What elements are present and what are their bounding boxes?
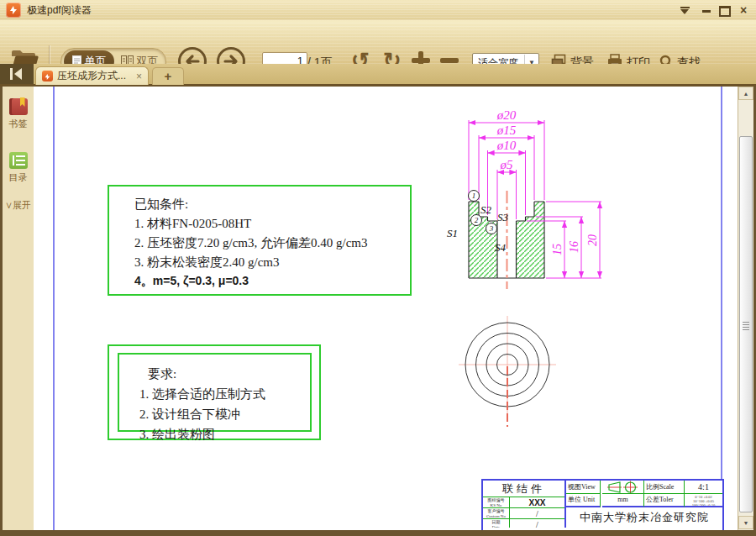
skin-menu-button[interactable] <box>677 3 692 17</box>
maximize-button[interactable] <box>717 3 732 17</box>
close-button[interactable]: × <box>736 3 751 17</box>
section-label: S3 <box>497 211 509 223</box>
chevron-down-icon: ∨ <box>5 200 13 210</box>
scroll-down-icon: ▼ <box>743 520 749 526</box>
unit-label: 单位 Unit <box>566 494 601 507</box>
scroll-up-icon: ▲ <box>743 91 749 97</box>
title-bar: 极速pdf阅读器 × <box>0 0 756 20</box>
left-sidebar: 书签 目录 ∨展开 <box>3 87 34 530</box>
customer-no-label: 客户编号Custom No <box>483 508 510 519</box>
new-tab-button[interactable]: + <box>152 67 184 85</box>
collapse-left-icon <box>0 64 34 84</box>
toolbar: 单页 双页 / 1页 ↺ ↻ 适合宽度 ▼ <box>0 20 756 64</box>
requirement-line: 1. 选择合适的压制方式 <box>139 386 310 402</box>
plus-icon: + <box>165 69 172 83</box>
close-icon: × <box>136 71 142 82</box>
drawing-frame-left <box>53 87 55 530</box>
minimize-icon <box>702 10 711 13</box>
requirements-box: 要求: 1. 选择合适的压制方式 2. 设计组合下模冲 3. 绘出装粉图 <box>108 344 321 440</box>
title-block: 联结件 图样编号KS No XXX 客户编号Custom No / 日期Date… <box>481 479 724 530</box>
date-label: 日期Date <box>483 519 510 528</box>
dim-label: 20 <box>586 234 599 246</box>
requirement-line: 2. 设计组合下模冲 <box>139 407 310 423</box>
toc-panel-button[interactable]: 目录 <box>3 152 34 184</box>
scale-label: 比例Scale <box>644 481 685 494</box>
condition-line: 2. 压坯密度7.20 g/cm3, 允许偏差0.40 g/cm3 <box>134 235 410 251</box>
maximize-icon <box>719 6 731 17</box>
condition-line: 4。m=5, ζ=0.3, μ=0.3 <box>134 274 410 289</box>
app-logo-icon <box>6 3 21 18</box>
drawing-no-value: XXX <box>510 497 564 508</box>
close-icon: × <box>740 3 747 17</box>
projection-symbol <box>602 481 644 494</box>
pdf-page[interactable]: 已知条件: 1. 材料FN-0205-08HT 2. 压坯密度7.20 g/cm… <box>34 87 738 530</box>
requirements-inner-border: 要求: 1. 选择合适的压制方式 2. 设计组合下模冲 3. 绘出装粉图 <box>118 353 312 432</box>
section-label: S1 <box>447 227 458 239</box>
dim-label: 15 <box>551 244 564 255</box>
requirements-title: 要求: <box>148 366 310 382</box>
customer-no-value: / <box>510 508 564 519</box>
tab-title: 压坯成形方式... <box>57 69 130 83</box>
unit-value: mm <box>602 494 644 507</box>
tab-close-button[interactable]: × <box>130 71 148 82</box>
toc-icon <box>9 152 28 169</box>
conditions-title: 已知条件: <box>134 197 410 213</box>
tab-bar: 压坯成形方式... × + <box>0 64 756 87</box>
minus-icon <box>440 58 459 63</box>
requirement-line: 3. 绘出装粉图 <box>139 427 310 443</box>
technical-drawing: ø20 ø15 ø10 ø5 15 16 20 S1 S2 <box>445 109 647 437</box>
vertical-scrollbar[interactable]: ▲ ▼ <box>738 87 753 530</box>
minimize-button[interactable] <box>699 3 714 17</box>
top-view <box>459 316 556 427</box>
conditions-box: 已知条件: 1. 材料FN-0205-08HT 2. 压坯密度7.20 g/cm… <box>108 185 412 296</box>
dim-label: ø20 <box>496 109 517 122</box>
scrollbar-grip <box>743 322 749 331</box>
tolerance-label: 公差Toler <box>644 494 685 507</box>
balloon-number: 1 <box>472 192 476 200</box>
dim-label: ø5 <box>500 158 514 171</box>
first-angle-projection-icon <box>607 481 639 494</box>
expand-button[interactable]: ∨展开 <box>3 199 34 212</box>
part-name: 联结件 <box>483 481 564 497</box>
tab-document[interactable]: 压坯成形方式... × <box>35 66 149 85</box>
scroll-up-button[interactable]: ▲ <box>738 87 753 100</box>
balloon-number: 2 <box>475 216 479 224</box>
tolerance-values: 0~10 ±0.02 10~100 ±0.05 100~300 ±0.10 <box>685 494 722 507</box>
dim-label: 16 <box>568 241 580 253</box>
tab-logo-icon <box>42 71 53 81</box>
caret-down-icon <box>680 9 689 14</box>
section-label: S2 <box>480 203 492 216</box>
drawing-no-label: 图样编号KS No <box>483 497 510 508</box>
expand-label: 展开 <box>13 200 31 210</box>
drawing-frame-right <box>721 87 722 530</box>
dim-label: ø15 <box>496 123 517 137</box>
toc-label: 目录 <box>3 171 34 184</box>
bookmark-panel-button[interactable]: 书签 <box>3 98 34 130</box>
company-name: 中南大学粉末冶金研究院 <box>566 507 722 528</box>
condition-line: 1. 材料FN-0205-08HT <box>134 216 410 232</box>
collapse-sidebar-button[interactable] <box>0 64 34 84</box>
app-window: 极速pdf阅读器 × 单页 双 <box>0 0 756 536</box>
scrollbar-thumb[interactable] <box>739 136 753 512</box>
bookmark-icon <box>9 98 28 115</box>
app-title: 极速pdf阅读器 <box>27 0 92 20</box>
view-label: 视图View <box>566 481 601 494</box>
scroll-down-button[interactable]: ▼ <box>738 516 753 529</box>
balloon-number: 3 <box>489 224 494 233</box>
date-value: / <box>510 519 564 528</box>
section-label: S4 <box>495 241 507 254</box>
condition-line: 3. 粉末松装密度2.40 g/cm3 <box>134 255 410 271</box>
bookmark-label: 书签 <box>3 118 34 130</box>
scale-value: 4:1 <box>685 481 722 494</box>
dim-label: ø10 <box>496 139 517 152</box>
